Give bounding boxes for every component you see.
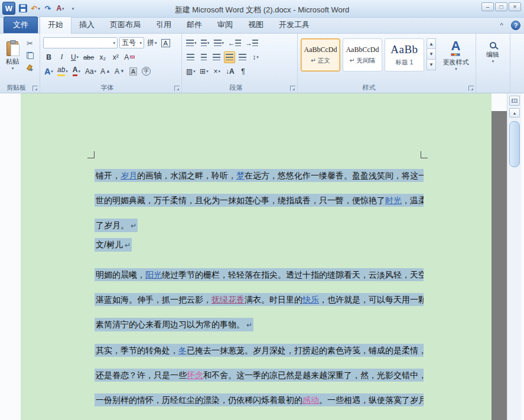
character-shading-button[interactable]: A	[128, 66, 139, 77]
align-right-icon	[213, 54, 220, 60]
tab-file[interactable]: 文件	[4, 17, 38, 33]
collapse-ribbon-button[interactable]: ^	[497, 22, 506, 29]
tab-mailings[interactable]: 邮件	[179, 17, 210, 33]
italic-button[interactable]: I	[56, 51, 67, 63]
document-page[interactable]: 铺开，岁月的画轴，水湄之畔，聆听，梦在远方，悠悠化作一缕馨香。盈盈浅笑间，将这一…	[21, 93, 492, 420]
styles-gallery-scroll: ▲ ▼ ▼	[427, 38, 436, 70]
tab-developer[interactable]: 开发工具	[271, 17, 317, 33]
enclose-characters-button[interactable]: 字	[141, 66, 152, 77]
save-button[interactable]	[18, 3, 28, 14]
superscript-button[interactable]: x²	[110, 51, 121, 63]
align-center-button[interactable]	[198, 51, 209, 63]
line-spacing-button[interactable]: ↕▾	[250, 51, 261, 63]
style-normal[interactable]: AaBbCcDd ↵ 正文	[301, 38, 340, 71]
font-size-combobox[interactable]: 五号▾	[119, 37, 144, 48]
hyperlink[interactable]: 冬	[178, 346, 187, 355]
change-styles-button[interactable]: A 更改样式 ▾	[438, 36, 474, 79]
styles-scroll-up-button[interactable]: ▲	[427, 38, 436, 49]
text-line[interactable]: 文/树儿↵	[95, 232, 424, 257]
asian-layout-button[interactable]: ×▾	[211, 66, 223, 77]
numbering-button[interactable]: ▾	[200, 37, 211, 49]
format-tool-button[interactable]: A▾	[56, 3, 65, 14]
justify-icon	[226, 54, 233, 60]
ruler-toggle-button[interactable]	[509, 96, 520, 106]
tab-view[interactable]: 视图	[240, 17, 271, 33]
borders-button[interactable]: ⊞▾	[198, 66, 210, 77]
text-line[interactable]: 明媚的晨曦，阳光绕过季节的栅栏，轻轻落在指尖。透过十指的缝隙看天，云淡风轻，天空	[95, 262, 424, 287]
editing-button[interactable]: 编辑 ▾	[478, 36, 507, 79]
text-line[interactable]: 湛蓝如海。伸手，抓一把云影，抚绿花香满衣。时日里的快乐，也许就是，可以每天用一颗	[95, 287, 424, 312]
copy-button[interactable]	[24, 50, 35, 61]
undo-button[interactable]: ↶▾	[31, 3, 40, 14]
help-button[interactable]: ?	[511, 21, 520, 30]
subscript-button[interactable]: x₂	[97, 51, 108, 63]
format-painter-button[interactable]	[24, 62, 35, 74]
show-marks-button[interactable]: ¶	[237, 66, 249, 77]
scrollbar-thumb[interactable]	[509, 121, 520, 167]
text-line[interactable]: 一份别样的情怀，历经红尘的漂染，仍依稀闪烁着最初的感动。一些相遇，纵使落寞了岁月	[95, 388, 424, 412]
shading-button[interactable]: ▨▾	[185, 66, 197, 77]
tab-insert[interactable]: 插入	[71, 17, 102, 33]
font-color-button[interactable]: A▾	[71, 66, 82, 77]
clipboard-dialog-launcher[interactable]	[32, 86, 38, 91]
scroll-up-button[interactable]: ▲	[509, 108, 520, 118]
text-line[interactable]: 铺开，岁月的画轴，水湄之畔，聆听，梦在远方，悠悠化作一缕馨香。盈盈浅笑间，将这一	[95, 163, 424, 188]
sort-button[interactable]: ↓A	[224, 66, 236, 77]
distribute-button[interactable]	[237, 51, 248, 63]
styles-more-button[interactable]: ▼	[427, 60, 436, 70]
style-heading-1[interactable]: AaBb 标题 1	[385, 38, 424, 71]
tab-page-layout[interactable]: 页面布局	[102, 17, 148, 33]
text-line[interactable]: 其实，季节的转角处，冬已掩去一抹葱茏。岁月深处，打捞起的素色诗笺，铺成的是柔情，	[95, 338, 424, 363]
hyperlink[interactable]: 时光	[385, 196, 402, 205]
underline-button[interactable]: U▾	[69, 51, 80, 63]
align-left-button[interactable]	[185, 51, 196, 63]
margin-cropmark-left	[87, 151, 95, 158]
hyperlink[interactable]: 岁月	[121, 171, 137, 180]
minimize-button[interactable]: –	[481, 2, 494, 11]
font-dialog-launcher[interactable]	[174, 86, 180, 91]
increase-indent-button[interactable]: →	[244, 37, 259, 49]
hyperlink[interactable]: 快乐	[302, 295, 319, 304]
text-line[interactable]: 世的明媚典藏，万千柔情，且化为一抹如莲心事，绕指成香，只一瞥，便惊艳了时光，温柔	[95, 188, 424, 213]
multilevel-list-button[interactable]: ▾	[213, 37, 226, 49]
text-effects-button[interactable]: A▾	[43, 66, 54, 77]
hyperlink[interactable]: 怀念	[187, 370, 203, 380]
font-name-combobox[interactable]: ▾	[43, 37, 118, 48]
up-mark-icon: ▲	[106, 69, 110, 74]
word-window: W ↶▾ ↷ A▾ ▾ 新建 Microsoft Word 文档 (2).doc…	[0, 0, 524, 420]
word-logo-icon[interactable]: W	[2, 2, 15, 15]
text-line[interactable]: 素简清宁的心来看周边习以为常的事物。↵	[95, 312, 424, 337]
styles-dialog-launcher[interactable]	[468, 86, 474, 91]
phonetic-guide-button[interactable]: 拼▾	[146, 37, 158, 49]
grow-font-button[interactable]: A▲	[99, 66, 112, 77]
decrease-indent-button[interactable]: ×←	[227, 37, 242, 49]
bullets-button[interactable]: ▾	[185, 37, 198, 49]
strikethrough-button[interactable]: abe	[82, 51, 95, 63]
hyperlink[interactable]: 感动	[302, 395, 319, 405]
change-case-button[interactable]: Aa▾	[84, 66, 97, 77]
tab-review[interactable]: 审阅	[210, 17, 240, 33]
hyperlink[interactable]: 梦	[236, 171, 245, 180]
cut-button[interactable]: ✂	[24, 37, 35, 49]
align-right-button[interactable]	[211, 51, 222, 63]
vertical-scrollbar[interactable]	[509, 119, 520, 418]
hyperlink[interactable]: 阳光	[145, 270, 162, 279]
paste-button[interactable]: 粘贴 ▾	[2, 36, 23, 74]
style-no-spacing[interactable]: AaBbCcDd ↵ 无间隔	[343, 38, 382, 71]
text-line[interactable]: 还是眷恋？许，只是一些怀念和不舍。这一季的凉已然是越来越深重了，然，光影交错中，	[95, 363, 424, 388]
hyperlink[interactable]: 抚绿花香	[211, 295, 245, 304]
tab-references[interactable]: 引用	[148, 17, 179, 33]
clear-formatting-button[interactable]: A	[123, 51, 136, 63]
grow-font-icon: A	[100, 67, 105, 76]
close-button[interactable]: ×	[509, 2, 521, 11]
paragraph-dialog-launcher[interactable]	[290, 86, 295, 91]
shrink-font-button[interactable]: A▼	[113, 66, 126, 77]
redo-button[interactable]: ↷	[43, 3, 53, 14]
justify-button[interactable]	[224, 51, 235, 63]
maximize-button[interactable]: □	[495, 2, 507, 11]
tab-home[interactable]: 开始	[40, 17, 71, 34]
bold-button[interactable]: B	[43, 51, 54, 63]
character-border-button[interactable]: A	[160, 37, 171, 49]
styles-scroll-down-button[interactable]: ▼	[427, 49, 436, 60]
highlight-color-button[interactable]: ab▾	[56, 66, 69, 77]
